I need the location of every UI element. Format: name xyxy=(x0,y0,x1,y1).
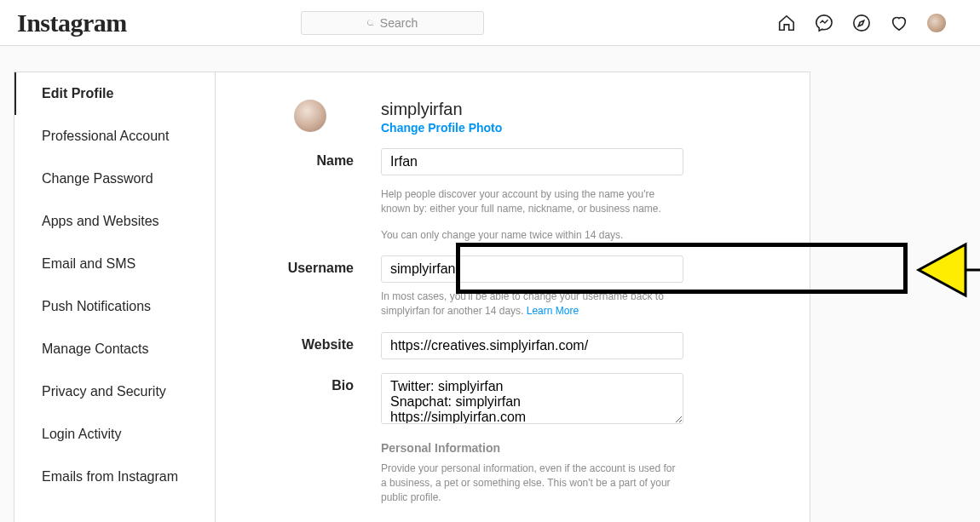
name-row: Name Help people discover your account b… xyxy=(216,148,758,242)
name-label: Name xyxy=(216,148,381,242)
bio-textarea[interactable] xyxy=(381,373,683,424)
sidebar-item-email-sms[interactable]: Email and SMS xyxy=(14,243,215,285)
settings-main: simplyirfan Change Profile Photo Name He… xyxy=(216,72,810,522)
website-row: Website xyxy=(216,332,758,359)
page-body: Edit Profile Professional Account Change… xyxy=(0,46,980,522)
search-placeholder: Search xyxy=(380,16,418,30)
name-help-text-1: Help people discover your account by usi… xyxy=(381,187,683,216)
sidebar-item-push-notifications[interactable]: Push Notifications xyxy=(14,285,215,328)
home-icon[interactable] xyxy=(777,14,796,32)
profile-picture[interactable] xyxy=(294,100,326,132)
sidebar-item-apps-websites[interactable]: Apps and Websites xyxy=(14,200,215,243)
annotation-arrow-icon xyxy=(914,227,980,313)
personal-info-help: Provide your personal information, even … xyxy=(381,462,683,504)
username-display: simplyirfan xyxy=(381,100,683,119)
sidebar-item-login-activity[interactable]: Login Activity xyxy=(14,413,215,456)
svg-point-0 xyxy=(854,14,869,30)
messenger-icon[interactable] xyxy=(815,14,833,32)
explore-icon[interactable] xyxy=(852,14,871,32)
sidebar-item-change-password[interactable]: Change Password xyxy=(14,158,215,200)
sidebar-item-privacy-security[interactable]: Privacy and Security xyxy=(14,370,215,413)
username-label: Username xyxy=(216,255,381,318)
nav-icons xyxy=(777,14,963,32)
activity-icon[interactable] xyxy=(890,14,908,32)
bio-label: Bio xyxy=(216,373,381,504)
website-label: Website xyxy=(216,332,381,359)
profile-avatar-nav[interactable] xyxy=(927,14,946,32)
sidebar-item-professional-account[interactable]: Professional Account xyxy=(14,115,215,158)
website-input[interactable] xyxy=(381,332,683,359)
search-icon xyxy=(366,19,375,27)
bio-row: Bio Personal Information Provide your pe… xyxy=(216,373,758,504)
instagram-logo[interactable]: Instagram xyxy=(17,9,273,37)
learn-more-link[interactable]: Learn More xyxy=(527,305,579,317)
settings-sidebar: Edit Profile Professional Account Change… xyxy=(14,72,216,522)
username-input[interactable] xyxy=(381,255,683,283)
personal-info-heading: Personal Information xyxy=(381,441,683,455)
search-input[interactable]: Search xyxy=(301,11,484,35)
username-help-pre: In most cases, you'll be able to change … xyxy=(381,290,664,317)
name-help-text-2: You can only change your name twice with… xyxy=(381,228,683,243)
name-input[interactable] xyxy=(381,148,683,175)
profile-header-row: simplyirfan Change Profile Photo xyxy=(216,100,758,135)
search-container: Search xyxy=(273,11,511,35)
settings-card: Edit Profile Professional Account Change… xyxy=(14,72,810,522)
sidebar-item-emails-instagram[interactable]: Emails from Instagram xyxy=(14,456,215,498)
username-row: Username In most cases, you'll be able t… xyxy=(216,255,758,318)
sidebar-item-manage-contacts[interactable]: Manage Contacts xyxy=(14,328,215,370)
username-help-text: In most cases, you'll be able to change … xyxy=(381,290,683,318)
top-nav-bar: Instagram Search xyxy=(0,0,980,46)
change-profile-photo-link[interactable]: Change Profile Photo xyxy=(381,121,683,135)
sidebar-item-edit-profile[interactable]: Edit Profile xyxy=(14,72,215,115)
